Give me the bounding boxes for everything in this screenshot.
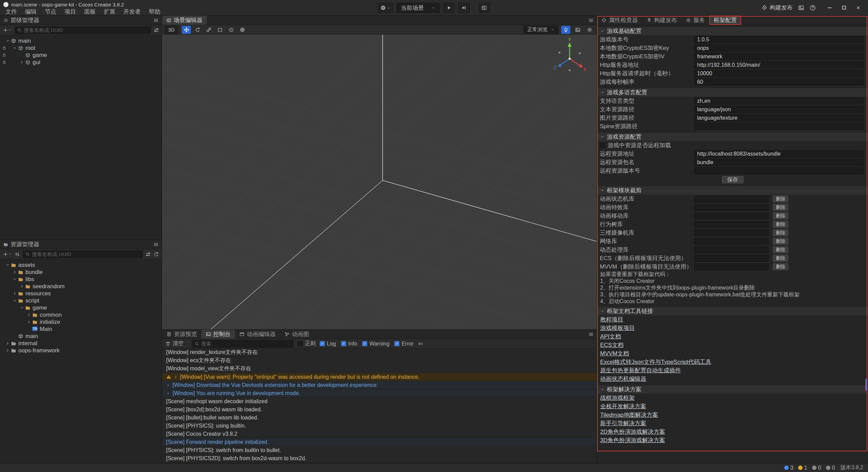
inspector-tab[interactable]: 框架配置 <box>709 16 741 25</box>
warning-count[interactable]: 1 <box>798 465 807 471</box>
delete-button[interactable]: 删除 <box>773 246 788 253</box>
refresh-icon[interactable] <box>154 252 159 257</box>
hierarchy-node[interactable]: gui <box>0 59 162 66</box>
asset-node[interactable]: game <box>0 304 162 311</box>
field-input[interactable] <box>694 123 864 130</box>
field-input[interactable] <box>694 114 864 121</box>
doc-link[interactable]: MVVM文档 <box>600 350 629 357</box>
panel-menu-icon[interactable] <box>153 18 159 23</box>
menu-item[interactable]: 节点 <box>41 8 60 16</box>
delete-button[interactable]: 删除 <box>773 229 788 236</box>
solution-link[interactable]: 全栈开发解决方案 <box>600 402 646 410</box>
field-input[interactable] <box>694 150 864 157</box>
doc-link[interactable]: 教程项目 <box>600 316 623 323</box>
log-filter[interactable]: ✓Error <box>394 341 414 347</box>
expand-toggle[interactable] <box>12 277 18 281</box>
asset-node[interactable]: libs <box>0 276 162 283</box>
log-row[interactable]: [Window] Download the Vue Devtools exten… <box>162 381 597 389</box>
log-row[interactable]: [Scene] Forward render pipeline initiali… <box>162 438 597 446</box>
expand-toggle[interactable] <box>12 291 18 296</box>
remote-load-checkbox[interactable] <box>600 143 605 148</box>
expand-toggle[interactable] <box>12 46 18 50</box>
scene-selector-dropdown[interactable]: 当前场景 <box>396 3 440 13</box>
log-row[interactable]: [Window] render_texture文件夹不存在 <box>162 349 597 357</box>
console-panel-tab[interactable]: 控制台 <box>201 330 235 339</box>
panel-menu-icon[interactable] <box>588 332 594 337</box>
screenshot-icon[interactable] <box>798 5 804 11</box>
section-header[interactable]: 框架文档工具链接 <box>597 307 868 315</box>
log-row[interactable]: [Window] You are running Vue in developm… <box>162 389 597 397</box>
menu-item[interactable]: 编辑 <box>21 8 41 16</box>
asset-node[interactable]: assets <box>0 261 162 269</box>
expand-toggle[interactable] <box>19 306 25 310</box>
field-input[interactable] <box>694 106 864 113</box>
rect-tool-button[interactable] <box>215 26 224 34</box>
menu-item[interactable]: 文件 <box>1 8 21 16</box>
panel-menu-icon[interactable] <box>153 242 159 247</box>
clear-console-button[interactable]: 清空 <box>165 340 183 347</box>
scene-editor-tab[interactable]: 场景编辑器 <box>162 16 207 25</box>
expand-toggle[interactable] <box>19 284 25 289</box>
field-input[interactable] <box>694 78 864 85</box>
create-node-button[interactable] <box>3 27 12 33</box>
delete-button[interactable]: 删除 <box>773 195 788 202</box>
delete-button[interactable]: 删除 <box>773 212 788 219</box>
translate-tool-button[interactable] <box>182 26 191 34</box>
log-row[interactable]: [Window] [Vue warn]: Property "onInput" … <box>162 373 597 381</box>
solution-link[interactable]: 2D角色扮演游戏解决方案 <box>600 428 665 436</box>
delete-button[interactable]: 删除 <box>773 221 788 228</box>
doc-link[interactable]: Excel格式转Json文件与TypeScript代码工具 <box>600 358 711 366</box>
asset-node[interactable]: bundle <box>0 269 162 276</box>
delete-button[interactable]: 删除 <box>773 204 788 211</box>
field-input[interactable] <box>694 61 864 68</box>
menu-item[interactable]: 扩展 <box>100 8 119 16</box>
log-row[interactable]: [Scene] [PHYSICS]: using builtin. <box>162 422 597 430</box>
hierarchy-node[interactable]: main <box>0 37 162 44</box>
scene-viewport[interactable]: Y X Z <box>162 35 597 329</box>
save-button[interactable]: 保存 <box>722 176 744 183</box>
console-panel-tab[interactable]: 动画图 <box>280 330 314 339</box>
field-input[interactable] <box>694 167 864 174</box>
asset-node[interactable]: initialize <box>0 318 162 326</box>
assets-search-input[interactable] <box>32 251 140 257</box>
rotate-tool-button[interactable] <box>193 26 202 34</box>
doc-link[interactable]: API文档 <box>600 333 621 340</box>
filter-icon[interactable] <box>145 252 151 257</box>
asset-node[interactable]: resources <box>0 290 162 297</box>
menu-item[interactable]: 项目 <box>60 8 80 16</box>
console-panel-tab[interactable]: 资源预览 <box>162 330 201 339</box>
expand-toggle[interactable] <box>12 270 18 274</box>
log-row[interactable]: [Scene] [bullet]:bullet wasm lib loaded. <box>162 414 597 422</box>
section-header[interactable]: 框架解决方案 <box>597 385 868 394</box>
expand-toggle[interactable] <box>26 313 32 317</box>
lighting-toggle-button[interactable] <box>561 26 570 34</box>
help-icon[interactable] <box>810 5 816 11</box>
maximize-button[interactable] <box>837 0 851 16</box>
menu-item[interactable]: 开发者 <box>119 8 145 16</box>
asset-node[interactable]: main <box>0 333 162 340</box>
expand-toggle[interactable] <box>5 348 11 353</box>
field-input[interactable] <box>694 70 864 77</box>
doc-link[interactable]: 动画状态机编辑器 <box>600 375 646 383</box>
scale-tool-button[interactable] <box>204 26 213 34</box>
close-button[interactable]: × <box>851 0 865 16</box>
section-header[interactable]: 游戏基础配置 <box>597 26 868 35</box>
create-asset-button[interactable] <box>3 252 12 257</box>
asset-node[interactable]: internal <box>0 340 162 347</box>
expand-toggle[interactable] <box>19 60 25 64</box>
inspector-tab[interactable]: 构建发布 <box>642 16 682 25</box>
error-count[interactable]: 0 <box>812 465 821 471</box>
collapse-logs-icon[interactable] <box>418 341 423 347</box>
asset-node[interactable]: common <box>0 311 162 318</box>
inspector-tab[interactable]: 属性检查器 <box>597 16 642 25</box>
log-row[interactable]: [Window] model_view文件夹不存在 <box>162 365 597 373</box>
pivot-toggle-button[interactable] <box>226 26 236 34</box>
menu-item[interactable]: 帮助 <box>145 8 164 16</box>
field-input[interactable] <box>694 97 864 104</box>
play-button[interactable] <box>443 3 455 13</box>
layout-button[interactable] <box>478 3 490 13</box>
log-filter[interactable]: ✓Warning <box>362 341 389 347</box>
task-count[interactable]: 0 <box>826 465 835 471</box>
asset-node[interactable]: TSMain <box>0 326 162 333</box>
field-input[interactable] <box>694 53 864 60</box>
